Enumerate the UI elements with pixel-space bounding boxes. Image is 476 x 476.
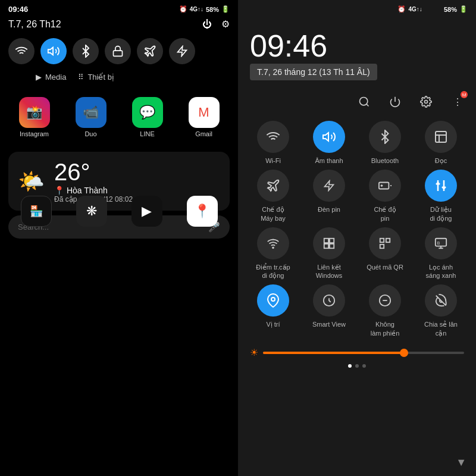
duo-label: Duo: [84, 130, 96, 137]
qs-hotspot[interactable]: Điểm tr.cấpdi động: [248, 227, 299, 280]
qs-bluetooth[interactable]: Bluetooth: [359, 121, 411, 165]
qs-hotspot-label: Điểm tr.cấpdi động: [256, 263, 290, 280]
app-line[interactable]: 💬 LINE: [121, 97, 173, 137]
svg-rect-17: [330, 239, 334, 243]
more-dots-icon: ⋮: [453, 96, 462, 108]
qs-bluelight[interactable]: B Lọc ánhsáng xanh: [415, 227, 466, 280]
svg-point-5: [425, 101, 428, 104]
qs-read[interactable]: Đọc: [415, 121, 466, 165]
settings-action[interactable]: [416, 92, 436, 111]
app-playstore[interactable]: ▶: [131, 196, 162, 227]
dot-1: [348, 364, 352, 368]
qs-flashlight-label: Đèn pin: [318, 205, 340, 214]
media-row: ▶ Media ⠿ Thiết bị: [0, 70, 238, 87]
battery-left: 58%: [206, 6, 219, 13]
toggle-lock[interactable]: [105, 38, 131, 64]
settings-icon-left[interactable]: ⚙: [221, 18, 230, 30]
qs-smartview-circle: [313, 284, 345, 317]
media-button[interactable]: ▶ Media: [36, 73, 66, 82]
svg-rect-18: [324, 244, 328, 248]
brightness-fill: [263, 352, 404, 354]
svg-text:B: B: [437, 240, 440, 246]
svg-point-14: [273, 247, 274, 248]
weather-icon: 🌤️: [18, 169, 45, 194]
dot-2: [355, 364, 359, 368]
quick-toggle-row: [0, 36, 238, 70]
instagram-label: Instagram: [20, 130, 49, 137]
qs-read-label: Đọc: [435, 156, 447, 165]
qs-location[interactable]: Vị trí: [248, 284, 299, 337]
app-duo[interactable]: 📹 Duo: [65, 97, 117, 137]
expand-chevron[interactable]: ▼: [456, 456, 466, 469]
alarm-icon: ⏰: [179, 5, 187, 13]
right-action-bar: ⋮ M: [238, 90, 476, 118]
svg-marker-0: [48, 48, 53, 55]
instagram-icon: 📸: [19, 97, 50, 128]
left-status-bar: 09:46 ⏰ 4G↑↓ 58% 🔋: [0, 0, 238, 16]
toggle-bluetooth[interactable]: [73, 38, 99, 64]
qs-windows-label: Liên kếtWindows: [316, 263, 343, 280]
weather-temp: 26°: [54, 159, 90, 185]
power-icon-left[interactable]: ⏻: [202, 19, 212, 30]
qs-qr[interactable]: Quét mã QR: [359, 227, 411, 280]
weather-city: 📍 Hòa Thành: [54, 186, 133, 195]
svg-rect-7: [436, 131, 446, 142]
qs-mobile-data[interactable]: Dữ liệudi động: [415, 170, 466, 223]
bottom-app-row: 🏪 ❋ ▶ 📍: [0, 196, 238, 227]
qs-bluetooth-label: Bluetooth: [371, 156, 399, 165]
qs-qr-circle: [369, 227, 401, 259]
toggle-wifi[interactable]: [8, 38, 35, 64]
left-header: T.7, 26 Th12 ⏻ ⚙: [0, 16, 238, 36]
qs-location-circle: [257, 284, 289, 317]
more-action[interactable]: ⋮ M: [447, 92, 466, 111]
qs-mobile-data-label: Dữ liệudi động: [430, 205, 452, 223]
play-icon-media: ▶: [36, 73, 42, 82]
qs-nearby-circle: [425, 284, 457, 317]
brightness-slider[interactable]: [263, 352, 464, 354]
qs-smartview[interactable]: Smart View: [303, 284, 355, 337]
sun-icon: ☀: [250, 347, 258, 358]
qs-airplane[interactable]: Chế độMáy bay: [248, 170, 299, 223]
qs-battery-mode-label: Chế độpin: [374, 205, 396, 223]
qs-wifi-circle: [257, 121, 289, 153]
qs-dnd[interactable]: Khônglàm phiền: [359, 284, 411, 337]
search-action[interactable]: [355, 92, 374, 111]
brightness-thumb: [400, 349, 408, 357]
toggle-airplane[interactable]: [137, 38, 163, 64]
qs-grid: Wi-Fi Âm thanh Bluetooth: [238, 118, 476, 340]
right-panel: 09:46 ⏰ 4G↑↓ 09:46 58% 🔋 09:46 T.7, 26 t…: [238, 0, 476, 476]
svg-rect-20: [380, 239, 384, 242]
qs-wifi[interactable]: Wi-Fi: [248, 121, 299, 165]
power-action[interactable]: [386, 92, 405, 111]
battery-icon-left: 🔋: [221, 5, 230, 13]
qs-flashlight[interactable]: Đèn pin: [303, 170, 355, 223]
device-label: Thiết bị: [87, 73, 114, 82]
app-flower[interactable]: ❋: [76, 196, 107, 227]
qs-smartview-label: Smart View: [312, 320, 346, 328]
qs-battery-mode[interactable]: Chế độpin: [359, 170, 411, 223]
qs-windows-circle: [313, 227, 345, 259]
qs-qr-label: Quét mã QR: [367, 263, 403, 271]
svg-rect-11: [379, 183, 389, 189]
flower-icon: ❋: [76, 196, 107, 227]
left-status-icons: ⏰ 4G↑↓ 58% 🔋: [179, 5, 230, 13]
toggle-flashlight[interactable]: [169, 38, 195, 64]
qs-nearby[interactable]: Chia sẻ lâncận: [415, 284, 466, 337]
toggle-sound[interactable]: [40, 38, 67, 64]
app-gmail[interactable]: M Gmail: [178, 97, 230, 137]
svg-rect-21: [386, 239, 390, 242]
app-store[interactable]: 🏪: [21, 196, 52, 227]
svg-line-4: [367, 104, 369, 107]
qs-sound[interactable]: Âm thanh: [303, 121, 355, 165]
device-button[interactable]: ⠿ Thiết bị: [78, 73, 114, 82]
qs-nearby-label: Chia sẻ lâncận: [424, 320, 458, 337]
app-instagram[interactable]: 📸 Instagram: [8, 97, 60, 137]
qs-sound-label: Âm thanh: [315, 156, 343, 165]
grid-icon: ⠿: [78, 73, 84, 82]
alarm-icon-right: ⏰: [397, 5, 406, 13]
qs-windows[interactable]: Liên kếtWindows: [303, 227, 355, 280]
app-maps[interactable]: 📍: [187, 196, 218, 227]
qs-mobile-data-circle: [425, 170, 457, 202]
page-dots: [238, 361, 476, 371]
maps-icon: 📍: [187, 196, 218, 227]
